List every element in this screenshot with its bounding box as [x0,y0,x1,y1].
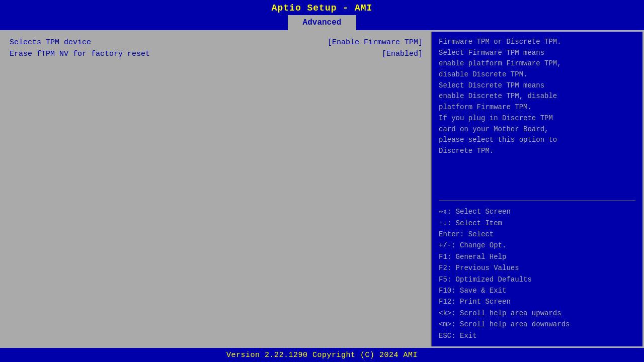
footer: Version 2.22.1290 Copyright (C) 2024 AMI [0,348,644,362]
help-divider [439,201,635,201]
main-content: Selects TPM device [Enable Firmware TPM]… [0,30,644,348]
menu-row-1[interactable]: Erase fTPM NV for factory reset [Enabled… [10,48,423,60]
key-help: ⇔⇕: Select Screen↑↓: Select ItemEnter: S… [439,206,635,341]
menu-label-1: Erase fTPM NV for factory reset [10,50,150,58]
menu-label-0: Selects TPM device [10,38,91,47]
menu-row-0[interactable]: Selects TPM device [Enable Firmware TPM] [10,37,423,48]
app: Aptio Setup - AMI Advanced Selects TPM d… [0,0,644,362]
header-title: Aptio Setup - AMI [0,0,644,15]
menu-value-0: [Enable Firmware TPM] [328,38,423,47]
tab-advanced[interactable]: Advanced [288,15,357,30]
title-text: Aptio Setup - AMI [272,3,373,13]
help-description: Firmware TPM or Discrete TPM.Select Firm… [439,37,635,196]
menu-value-1: [Enabled] [382,50,423,58]
right-panel: Firmware TPM or Discrete TPM.Select Firm… [432,32,642,346]
footer-text: Version 2.22.1290 Copyright (C) 2024 AMI [226,351,418,359]
left-panel: Selects TPM device [Enable Firmware TPM]… [2,32,432,346]
tab-row: Advanced [0,15,644,30]
